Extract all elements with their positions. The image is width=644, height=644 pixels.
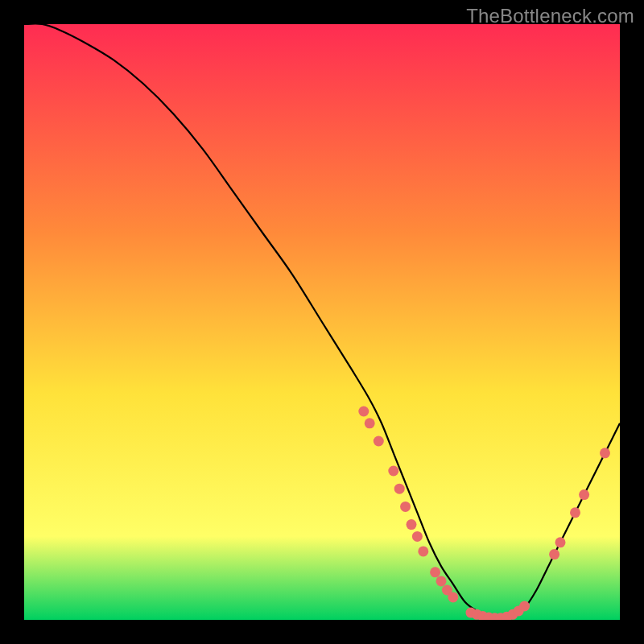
plot-area [24, 24, 620, 620]
data-dot [374, 436, 384, 447]
data-dot [430, 567, 440, 577]
data-dot [400, 502, 411, 512]
data-dot [418, 546, 428, 556]
data-dot [555, 537, 566, 547]
data-dot [407, 519, 417, 530]
data-dot [448, 592, 458, 602]
data-dot [388, 466, 398, 477]
data-dot [570, 507, 580, 518]
data-dot [549, 549, 559, 559]
chart-frame: TheBottleneck.com [0, 0, 644, 644]
data-dot [519, 601, 530, 611]
data-dot [412, 531, 423, 542]
data-dot [436, 576, 447, 586]
bottleneck-chart [24, 24, 620, 620]
data-dot [358, 407, 369, 417]
data-dot [365, 418, 375, 428]
data-dot [394, 484, 405, 494]
data-dot [579, 489, 589, 500]
data-dot [600, 448, 610, 458]
